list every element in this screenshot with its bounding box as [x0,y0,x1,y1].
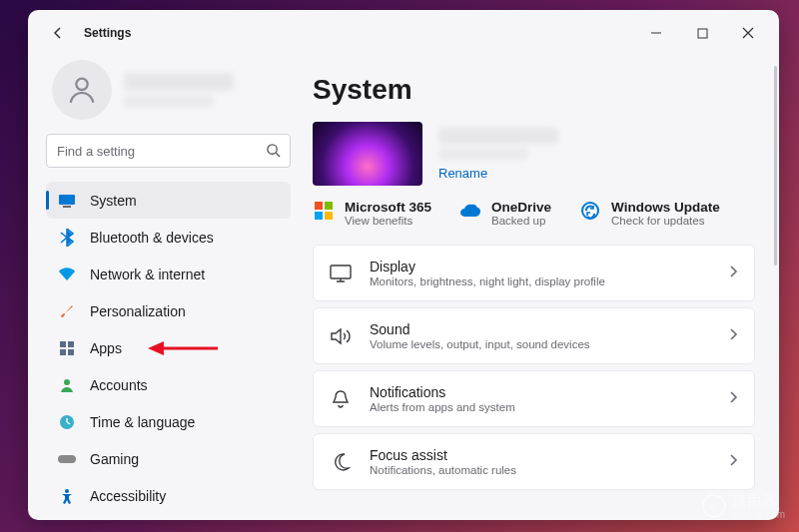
search-icon [266,143,281,162]
maximize-button[interactable] [679,17,725,49]
arrow-left-icon [50,25,66,41]
router-icon: ⟐ [702,494,726,518]
card-display[interactable]: Display Monitors, brightness, night ligh… [313,245,755,301]
sidebar-item-gaming[interactable]: Gaming [46,440,291,477]
status-sub: Backed up [491,215,551,227]
bell-icon [330,389,352,409]
svg-rect-6 [68,341,74,347]
card-title: Sound [370,321,711,337]
svg-point-9 [64,379,70,385]
back-button[interactable] [40,15,76,51]
sidebar: System Bluetooth & devices Network & int… [28,56,303,520]
svg-rect-8 [68,349,74,355]
sidebar-item-accounts[interactable]: Accounts [46,366,291,403]
status-windows-update[interactable]: Windows Update Check for updates [579,200,720,227]
card-notifications[interactable]: Notifications Alerts from apps and syste… [313,370,755,427]
sidebar-nav: System Bluetooth & devices Network & int… [46,182,291,514]
status-title: OneDrive [491,200,551,215]
svg-rect-3 [59,195,75,205]
sidebar-item-label: System [90,193,137,209]
display-icon [330,265,352,282]
svg-point-1 [76,79,87,90]
device-name-redacted [438,128,558,144]
device-info: Rename [438,128,558,181]
accessibility-icon [58,487,76,505]
page-title: System [313,74,755,106]
windows-update-icon [579,200,601,222]
card-focus-assist[interactable]: Focus assist Notifications, automatic ru… [313,433,755,490]
system-icon [58,192,76,210]
sidebar-item-label: Accessibility [90,488,166,504]
watermark-text: 路由器 [732,492,777,509]
status-onedrive[interactable]: OneDrive Backed up [459,200,551,227]
svg-point-12 [65,489,69,493]
svg-rect-7 [60,349,66,355]
microsoft365-icon [313,200,335,222]
user-info [124,73,291,107]
sidebar-item-personalization[interactable]: Personalization [46,292,291,329]
accounts-icon [58,376,76,394]
paintbrush-icon [58,302,76,320]
globe-clock-icon [58,413,76,431]
user-account-row[interactable] [52,60,291,120]
search-input[interactable] [46,134,291,168]
chevron-right-icon [729,327,738,345]
device-model-redacted [438,148,528,160]
titlebar: Settings [28,10,779,56]
card-title: Notifications [370,384,711,400]
sidebar-item-label: Time & language [90,414,195,430]
app-title: Settings [84,26,131,40]
sidebar-item-label: Accounts [90,377,148,393]
user-name-redacted [124,73,234,91]
window-controls [633,17,771,49]
minimize-button[interactable] [633,17,679,49]
apps-icon [58,339,76,357]
card-sub: Alerts from apps and system [370,401,711,413]
card-sub: Notifications, automatic rules [370,464,711,476]
svg-rect-14 [325,202,333,210]
status-title: Microsoft 365 [345,200,431,215]
content-area: System Bluetooth & devices Network & int… [28,56,779,520]
svg-rect-15 [315,212,323,220]
wifi-icon [58,266,76,283]
sidebar-item-time-language[interactable]: Time & language [46,403,291,440]
main-panel: System Rename Microsoft 365 View benefit… [303,56,779,520]
svg-rect-13 [315,202,323,210]
minimize-icon [650,27,662,39]
svg-rect-0 [698,29,707,38]
card-sound[interactable]: Sound Volume levels, output, input, soun… [313,307,755,364]
device-summary: Rename [313,122,755,186]
rename-link[interactable]: Rename [438,166,558,181]
chevron-right-icon [729,265,738,282]
card-title: Focus assist [370,447,711,463]
sidebar-item-bluetooth[interactable]: Bluetooth & devices [46,219,291,256]
settings-window: Settings [28,10,779,520]
status-microsoft365[interactable]: Microsoft 365 View benefits [313,200,431,227]
close-button[interactable] [725,17,771,49]
sidebar-item-apps[interactable]: Apps [46,329,291,366]
bluetooth-icon [58,229,76,247]
svg-rect-16 [325,212,333,220]
sidebar-item-accessibility[interactable]: Accessibility [46,477,291,514]
chevron-right-icon [729,453,738,471]
status-sub: Check for updates [611,215,720,227]
desktop-preview[interactable] [313,122,422,186]
sound-icon [330,327,352,345]
sidebar-item-network[interactable]: Network & internet [46,256,291,292]
status-title: Windows Update [611,200,720,215]
sidebar-item-system[interactable]: System [46,182,291,219]
scrollbar[interactable] [774,66,777,266]
card-sub: Monitors, brightness, night light, displ… [370,275,711,287]
sidebar-item-label: Apps [90,340,122,356]
watermark-sub: luyouqi.com [732,509,785,520]
svg-rect-11 [58,455,76,463]
card-title: Display [370,259,711,274]
svg-point-2 [268,145,277,154]
status-row: Microsoft 365 View benefits OneDrive Bac… [313,200,755,227]
status-sub: View benefits [345,215,431,227]
moon-icon [330,452,352,472]
card-sub: Volume levels, output, input, sound devi… [370,338,711,350]
person-icon [65,73,99,107]
gaming-icon [58,450,76,468]
svg-point-17 [582,203,598,219]
